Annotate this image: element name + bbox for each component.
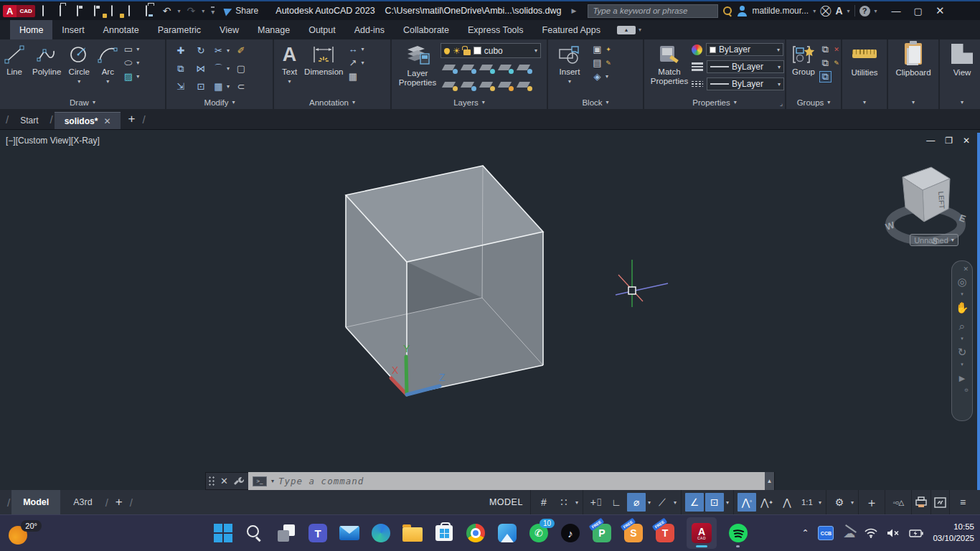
model-space-toggle[interactable]: MODEL [482,497,530,507]
user-avatar-icon[interactable] [737,6,748,17]
snap-dropdown[interactable]: ▾ [574,499,580,506]
move-icon[interactable]: ✚ [175,45,187,57]
orbit-dropdown[interactable]: ▾ [961,362,963,369]
osnap-dropdown[interactable]: ▾ [725,499,730,506]
tab-add-ins[interactable]: Add-ins [345,20,394,39]
wifi-icon[interactable] [864,528,877,538]
copy-icon[interactable]: ⧉ [175,63,187,75]
pan-hand-icon[interactable]: ✋ [956,298,969,317]
wps-presentation-button[interactable]: PFREE [592,523,612,543]
define-attribute-icon[interactable]: ◈ [591,71,603,83]
layer-off-icon[interactable] [443,81,456,90]
color-wheel-icon[interactable] [692,44,702,55]
layer-isolate-icon[interactable] [443,64,456,72]
panel-label-clipboard[interactable]: ▾ [888,95,938,109]
layer-unlock-icon[interactable] [463,50,471,55]
arc-button[interactable]: Arc ▾ [93,39,122,85]
customize-qat-button[interactable]: ▾ [211,6,215,16]
rotate-icon[interactable]: ↻ [195,45,207,57]
tab-parametric[interactable]: Parametric [149,20,210,39]
line-button[interactable]: Line [0,39,29,77]
hatch-icon[interactable]: ▨ [122,71,134,83]
new-layout-button[interactable]: + [110,495,128,509]
tab-collaborate[interactable]: Collaborate [394,20,458,39]
lineweight-dropdown[interactable]: ▾ [778,64,781,70]
properties-dialog-launcher[interactable]: ⌟ [780,100,783,107]
linetype-icon[interactable] [692,81,703,88]
taskbar-clock[interactable]: 10:55 03/10/2025 [933,522,974,544]
zoom-extents-icon[interactable]: ⌕ [959,317,965,336]
title-arrow-icon[interactable]: ▶ [572,7,577,14]
ellipse-dropdown[interactable]: ▾ [136,60,139,66]
rectangle-icon[interactable]: ▭ [122,44,134,55]
scale-icon[interactable]: ⊡ [195,81,207,93]
taskbar-search-button[interactable] [245,523,265,543]
layer-combo-dropdown[interactable]: ▾ [534,47,537,54]
mirror-icon[interactable]: ⋈ [195,63,207,75]
model-space-canvas[interactable]: X Y Z [0,130,980,491]
chrome-button[interactable] [466,523,486,543]
object-snap-tracking-toggle[interactable]: ∠ [685,493,704,512]
command-line-close-icon[interactable]: ✕ [217,476,231,486]
insert-dropdown[interactable]: ▾ [568,79,571,85]
group-edit-icon[interactable]: ⧉ [819,57,831,69]
snap-toggle[interactable]: ∷ [555,493,573,512]
annotation-monitor-toggle[interactable]: ＋ [862,493,881,512]
table-icon[interactable]: ▦ [347,71,359,83]
zoom-dropdown[interactable]: ▾ [961,336,963,343]
layer-color-swatch[interactable] [473,47,481,55]
whatsapp-button[interactable]: ✆ 10 [529,523,549,543]
photos-button[interactable] [497,523,517,543]
wps-spreadsheet-button[interactable]: SFREE [623,523,644,543]
panel-label-draw[interactable]: Draw▾ [0,95,165,109]
command-line-bar[interactable]: ✕ >_ ▾ Type a command ▲ [205,472,775,490]
tray-expand-chevron[interactable]: ⌃ [801,528,809,538]
match-properties-button[interactable]: Match Properties [647,39,692,85]
customization-menu-icon[interactable]: ≡ [953,493,972,512]
battery-charging-icon[interactable] [909,529,923,538]
rectangle-dropdown[interactable]: ▾ [136,46,139,52]
linear-dimension-dropdown[interactable]: ▾ [361,46,364,52]
array-dropdown[interactable]: ▾ [227,83,230,90]
layer-lock-icon[interactable] [499,64,512,72]
autodesk-app-icon[interactable]: A [835,5,842,17]
text-button[interactable]: A Text ▾ [278,39,301,85]
teams-button[interactable]: T [308,523,328,543]
panel-label-groups[interactable]: Groups▾ [786,95,841,109]
dynamic-input-toggle[interactable]: +⌷ [587,493,606,512]
file-tab-start[interactable]: Start [10,112,48,129]
lineweight-combo[interactable]: ByLayer ▾ [707,60,784,73]
ribbon-collapse-control[interactable]: ▲ ▾ [617,20,641,39]
dimension-button[interactable]: Dimension [301,39,347,77]
start-button[interactable] [213,523,233,543]
array-icon[interactable]: ▦ [212,81,225,93]
panel-label-properties[interactable]: Properties▾ [644,95,785,109]
group-button[interactable]: Group [788,39,819,77]
panel-utilities[interactable]: Utilities ▾ [842,39,887,109]
trim-icon[interactable]: ✂ [212,45,225,57]
new-drawing-tab-button[interactable]: + [122,112,141,126]
tab-home[interactable]: Home [10,20,52,39]
fillet-icon[interactable]: ⌒ [212,63,225,75]
ribbon-collapse-dropdown[interactable]: ▾ [639,27,641,33]
isodraft-dropdown[interactable]: ▾ [672,499,678,506]
navbar-close-icon[interactable]: ✕ [963,265,969,273]
polyline-button[interactable]: Polyline [29,39,65,77]
grid-toggle[interactable]: # [534,493,553,512]
showmotion-icon[interactable]: ▶ [959,369,965,387]
arc-dropdown[interactable]: ▾ [106,79,109,85]
lineweight-icon[interactable] [692,62,703,71]
weather-widget[interactable]: 20° [9,520,42,546]
navbar-collapse-icon[interactable]: ⊖ [964,387,969,395]
layer-thaw-all-icon[interactable] [481,81,494,90]
panel-label-view[interactable]: ▾ [940,95,980,109]
circle-button[interactable]: Circle ▾ [65,39,93,85]
layer-unlock2-icon[interactable] [499,81,512,90]
linetype-combo[interactable]: ByLayer ▾ [707,77,784,90]
panel-label-utilities[interactable]: ▾ [842,95,887,109]
object-color-combo[interactable]: ByLayer ▾ [706,43,783,56]
tab-manage[interactable]: Manage [248,20,299,39]
undo-dropdown[interactable]: ▾ [177,8,180,14]
group-selection-toggle[interactable]: ⧉ [819,71,831,83]
layer-make-current-icon[interactable] [462,64,475,72]
